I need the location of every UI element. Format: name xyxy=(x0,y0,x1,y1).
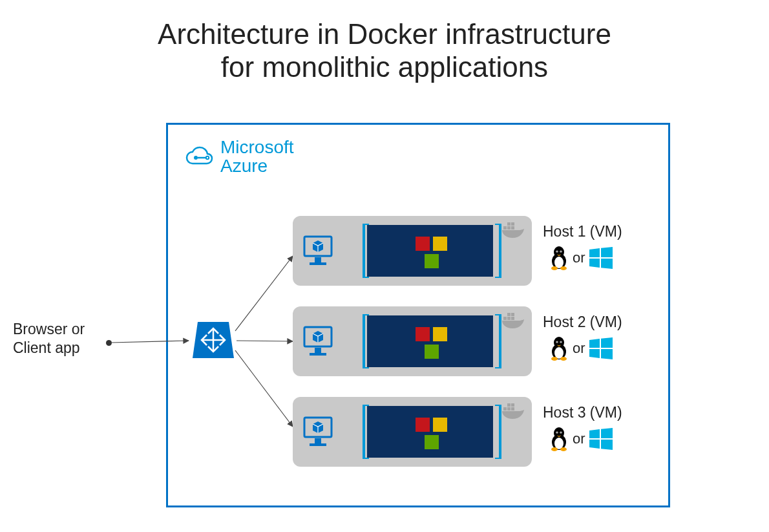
svg-point-45 xyxy=(560,341,561,342)
svg-point-46 xyxy=(551,357,558,361)
vm-icon xyxy=(302,325,334,357)
client-label: Browser or Client app xyxy=(13,320,85,357)
svg-rect-13 xyxy=(503,226,507,229)
module-red xyxy=(416,418,430,432)
svg-marker-51 xyxy=(601,349,613,359)
client-origin-dot xyxy=(106,340,112,346)
svg-rect-35 xyxy=(507,317,511,320)
svg-rect-36 xyxy=(511,317,514,320)
module-red xyxy=(416,327,430,341)
vm-icon xyxy=(302,415,334,447)
svg-point-66 xyxy=(560,432,561,432)
host-row-3 xyxy=(293,397,532,467)
svg-rect-38 xyxy=(511,313,514,316)
container-box xyxy=(367,225,493,277)
svg-point-26 xyxy=(560,266,567,270)
svg-point-67 xyxy=(551,447,558,451)
vm-icon xyxy=(302,234,334,266)
module-yellow xyxy=(433,418,447,432)
azure-cloud-icon xyxy=(184,145,215,168)
host-1-label: Host 1 (VM) xyxy=(543,223,622,240)
svg-marker-27 xyxy=(589,248,600,257)
module-green xyxy=(425,254,439,268)
svg-rect-37 xyxy=(507,313,511,316)
or-text: or xyxy=(573,340,585,357)
svg-point-25 xyxy=(551,266,558,270)
host-3-os: or xyxy=(549,427,613,451)
svg-point-24 xyxy=(560,251,561,251)
host-row-2 xyxy=(293,306,532,376)
linux-tux-icon xyxy=(549,336,569,361)
container-box xyxy=(367,406,493,458)
host-3-label: Host 3 (VM) xyxy=(543,404,622,421)
title-line1: Architecture in Docker infrastructure xyxy=(158,18,611,50)
svg-marker-29 xyxy=(589,259,600,268)
svg-point-44 xyxy=(556,341,557,342)
svg-rect-33 xyxy=(310,353,326,356)
svg-marker-72 xyxy=(601,440,613,450)
host-2-os: or xyxy=(549,336,613,361)
svg-marker-28 xyxy=(601,247,613,257)
svg-marker-48 xyxy=(589,339,600,348)
svg-rect-53 xyxy=(315,438,321,443)
docker-whale-icon xyxy=(501,401,525,420)
module-red xyxy=(416,237,430,251)
svg-point-65 xyxy=(556,432,557,432)
svg-point-23 xyxy=(556,251,557,251)
svg-rect-32 xyxy=(315,348,321,353)
container-box xyxy=(367,315,493,367)
svg-marker-30 xyxy=(601,259,613,269)
azure-logo: Microsoft Azure xyxy=(184,138,294,176)
or-text: or xyxy=(573,250,585,266)
svg-marker-69 xyxy=(589,429,600,438)
svg-rect-54 xyxy=(310,443,326,446)
svg-rect-34 xyxy=(503,317,507,320)
module-yellow xyxy=(433,327,447,341)
windows-icon xyxy=(589,337,613,359)
client-label-line1: Browser or xyxy=(13,321,85,337)
client-label-line2: Client app xyxy=(13,339,80,356)
svg-point-47 xyxy=(560,357,567,361)
azure-brand-text: Microsoft Azure xyxy=(220,138,294,176)
svg-marker-70 xyxy=(601,428,613,438)
svg-rect-11 xyxy=(315,257,321,262)
load-balancer-icon xyxy=(193,322,234,358)
docker-whale-icon xyxy=(501,310,525,330)
svg-marker-50 xyxy=(589,349,600,358)
docker-whale-icon xyxy=(501,220,525,239)
svg-rect-57 xyxy=(511,407,514,410)
svg-point-68 xyxy=(560,447,567,451)
svg-rect-55 xyxy=(503,407,507,410)
svg-rect-14 xyxy=(507,226,511,229)
svg-rect-56 xyxy=(507,407,511,410)
module-green xyxy=(425,345,439,359)
azure-brand-line2: Azure xyxy=(220,156,268,176)
svg-rect-17 xyxy=(511,222,514,226)
windows-icon xyxy=(589,247,613,269)
azure-brand-line1: Microsoft xyxy=(220,137,294,157)
svg-rect-15 xyxy=(511,226,514,229)
svg-rect-12 xyxy=(310,262,326,265)
svg-rect-59 xyxy=(511,403,514,407)
host-2-label: Host 2 (VM) xyxy=(543,314,622,331)
or-text: or xyxy=(573,431,585,447)
module-yellow xyxy=(433,237,447,251)
svg-marker-71 xyxy=(589,440,600,449)
title-line2: for monolithic applications xyxy=(221,51,548,83)
windows-icon xyxy=(589,428,613,450)
host-1-os: or xyxy=(549,246,613,270)
svg-marker-49 xyxy=(601,337,613,348)
svg-point-2 xyxy=(206,156,209,159)
module-green xyxy=(425,435,439,449)
diagram-title: Architecture in Docker infrastructure fo… xyxy=(0,18,769,83)
svg-point-0 xyxy=(194,156,198,160)
svg-rect-16 xyxy=(507,222,511,226)
linux-tux-icon xyxy=(549,427,569,451)
host-row-1 xyxy=(293,216,532,286)
linux-tux-icon xyxy=(549,246,569,270)
svg-rect-58 xyxy=(507,403,511,407)
